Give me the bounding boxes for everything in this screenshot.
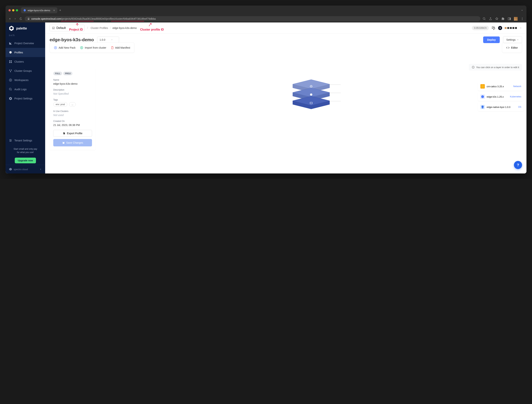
panel-icon[interactable]: [508, 17, 511, 20]
nav-label: Project Overview: [14, 42, 34, 45]
export-profile-button[interactable]: Export Profile: [53, 130, 92, 137]
header-row: Default / Cluster Profiles / edge-byos-k…: [45, 22, 526, 34]
svg-point-5: [522, 19, 523, 20]
url-text: console.spectrocloud.com/projects/6342ea…: [31, 17, 156, 20]
help-fab[interactable]: ?: [514, 161, 522, 169]
version-label: 3.4.75: [6, 34, 45, 39]
nav-workspaces[interactable]: Workspaces: [6, 76, 45, 85]
svg-point-15: [9, 88, 11, 90]
chevron-down-icon: [517, 39, 519, 41]
hex-layer-os[interactable]: [289, 95, 333, 110]
user-avatar[interactable]: [505, 27, 517, 29]
version-selector[interactable]: 1.0.0: [97, 37, 119, 43]
settings-button[interactable]: Settings: [503, 36, 522, 43]
annotation-cluster-profile-id: Cluster profile ID: [140, 28, 164, 31]
layer-item-os[interactable]: edge-native-byoi 1.0.0 OS: [478, 103, 524, 111]
layers-icon: [9, 51, 12, 54]
canvas-column: You can click on a layer in order to edi…: [100, 51, 522, 169]
svg-rect-8: [9, 62, 10, 63]
tab-close-icon[interactable]: ✕: [53, 9, 55, 12]
nav-profiles[interactable]: Profiles: [6, 48, 45, 57]
action-label: Add New Pack: [59, 46, 76, 49]
tags-value: env: prod ...: [53, 102, 92, 107]
import-button[interactable]: Import from cluster: [80, 46, 106, 49]
tabs-dropdown-icon[interactable]: [521, 9, 524, 12]
svg-point-4: [522, 19, 523, 19]
user-dropdown-icon[interactable]: [519, 27, 522, 29]
extensions-icon[interactable]: [501, 17, 505, 20]
add-manifest-button[interactable]: Add Manifest: [111, 46, 130, 49]
maximize-window-button[interactable]: [16, 9, 18, 11]
reload-button[interactable]: [19, 17, 22, 20]
zoom-icon[interactable]: [483, 17, 486, 20]
version-value: 1.0.0: [100, 38, 105, 41]
toolbar: console.spectrocloud.com/projects/6342ea…: [6, 15, 526, 22]
tag-chip[interactable]: env: prod: [53, 102, 67, 107]
svg-rect-6: [9, 60, 10, 61]
nav-label: Audit Logs: [14, 88, 26, 91]
layer-type: OS: [518, 106, 521, 108]
address-bar[interactable]: console.spectrocloud.com/projects/6342ea…: [25, 16, 480, 21]
new-tab-button[interactable]: +: [59, 8, 61, 12]
svg-point-0: [483, 18, 485, 19]
nav-label: Project Settings: [14, 97, 32, 100]
collapse-icon[interactable]: [39, 168, 42, 170]
grid-icon: [9, 60, 12, 63]
hint-text: You can click on a layer in order to edi…: [476, 66, 519, 69]
close-window-button[interactable]: [8, 9, 11, 11]
inuse-label: In Use Clusters: [53, 110, 92, 113]
nav-project-overview[interactable]: Project Overview: [6, 39, 45, 48]
footer-brand-label: spectro cloud: [14, 168, 28, 171]
nav-tenant-settings[interactable]: Tenant Settings: [6, 136, 45, 145]
back-button[interactable]: [8, 17, 11, 20]
menu-icon[interactable]: [521, 17, 524, 20]
nav-clusters[interactable]: Clusters: [6, 57, 45, 66]
layer-name: edge-k3s 1.25.x: [487, 95, 504, 98]
nav-label: Profiles: [14, 51, 23, 54]
forward-button[interactable]: [14, 17, 17, 20]
tab-favicon: [23, 9, 26, 12]
chat-icon[interactable]: [492, 26, 495, 30]
svg-point-17: [11, 140, 11, 141]
upgrade-button[interactable]: Upgrade now: [15, 158, 36, 163]
chevron-down-icon: [111, 39, 113, 41]
nav: Project Overview Profiles Clusters Clust…: [6, 39, 45, 173]
add-pack-button[interactable]: Add New Pack: [54, 46, 76, 49]
promo-text: Start small and only pay for what you us…: [6, 145, 45, 156]
layer-item-network[interactable]: cni-calico 3.25.x Network: [478, 82, 524, 91]
settings-label: Settings: [506, 38, 516, 41]
layer-item-kubernetes[interactable]: edge-k3s 1.25.x Kubernetes: [478, 92, 524, 101]
svg-point-14: [10, 80, 11, 81]
calico-icon: [480, 84, 485, 88]
action-label: Import from cluster: [85, 46, 106, 49]
tag-more[interactable]: ...: [69, 102, 76, 107]
share-icon[interactable]: [489, 17, 492, 20]
save-changes-button[interactable]: Save Changes: [53, 139, 92, 146]
footer-brand[interactable]: spectro cloud: [6, 165, 45, 173]
browser-tab[interactable]: edge-byos-k3s-demo ✕: [21, 7, 57, 13]
svg-point-18: [10, 141, 11, 142]
nav-cluster-groups[interactable]: Cluster Groups: [6, 66, 45, 76]
nav-project-settings[interactable]: Project Settings: [6, 94, 45, 103]
profile-avatar[interactable]: [514, 17, 518, 21]
nav-audit-logs[interactable]: Audit Logs: [6, 85, 45, 94]
name-label: Name: [53, 79, 92, 81]
titlebar: edge-byos-k3s-demo ✕ +: [6, 6, 526, 15]
svg-point-16: [10, 139, 10, 140]
breadcrumb-parent[interactable]: Cluster Profiles: [91, 26, 108, 30]
brand-logo-icon: [8, 25, 14, 31]
svg-rect-2: [510, 18, 511, 20]
export-icon: [63, 132, 65, 135]
main-content: Default / Cluster Profiles / edge-byos-k…: [45, 22, 526, 173]
info-card: FULL PROJ Name edge-byos-k3s-demo Descri…: [50, 68, 96, 150]
page-title: edge-byos-k3s-demo: [50, 37, 94, 42]
bookmark-icon[interactable]: [495, 17, 499, 20]
svg-rect-9: [11, 62, 12, 63]
deploy-button[interactable]: Deploy: [483, 37, 500, 43]
toolbar-icons: [483, 17, 524, 21]
gear-icon: [9, 97, 12, 100]
minimize-window-button[interactable]: [12, 9, 14, 11]
brand: palette: [6, 22, 45, 34]
star-badge[interactable]: ★: [498, 26, 502, 30]
plus-circle-icon: [54, 46, 57, 49]
